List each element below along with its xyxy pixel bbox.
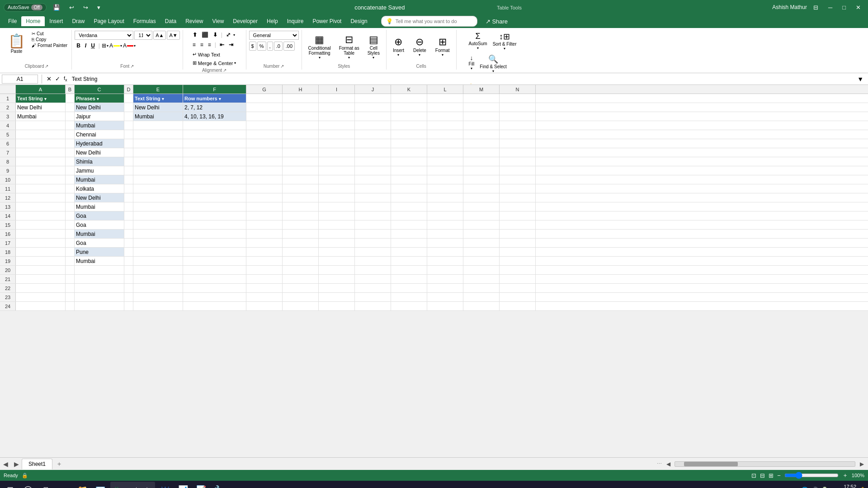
cell-l2[interactable]: [427, 103, 463, 112]
number-expand-icon[interactable]: ↗: [280, 64, 284, 69]
col-header-a[interactable]: A: [16, 85, 66, 94]
format-button[interactable]: ⊞ Format ▾: [432, 31, 453, 62]
cell-j11[interactable]: [355, 184, 391, 193]
cell-f2[interactable]: 2, 7, 12: [183, 103, 246, 112]
cell-i2[interactable]: [319, 103, 355, 112]
cell-f3[interactable]: 4, 10, 13, 16, 19: [183, 112, 246, 121]
cell-e11[interactable]: [133, 184, 183, 193]
sheet-nav-left-button[interactable]: ◀: [0, 459, 11, 469]
cell-m24[interactable]: [463, 302, 500, 310]
cell-i7[interactable]: [319, 148, 355, 157]
cell-d1[interactable]: [124, 94, 133, 103]
cell-l18[interactable]: [427, 248, 463, 256]
cancel-formula-button[interactable]: ✕: [46, 75, 52, 83]
cell-j16[interactable]: [355, 230, 391, 238]
row-number[interactable]: 14: [0, 211, 16, 220]
edge-button[interactable]: e: [56, 482, 72, 488]
row-number[interactable]: 24: [0, 302, 16, 310]
cell-n23[interactable]: [500, 293, 536, 301]
cell-j5[interactable]: [355, 130, 391, 139]
cell-l10[interactable]: [427, 175, 463, 184]
cell-j2[interactable]: [355, 103, 391, 112]
cell-i1[interactable]: [319, 94, 355, 103]
cell-j19[interactable]: [355, 257, 391, 265]
cell-l5[interactable]: [427, 130, 463, 139]
cell-m10[interactable]: [463, 175, 500, 184]
cell-e8[interactable]: [133, 157, 183, 166]
cell-l22[interactable]: [427, 284, 463, 292]
cell-a15[interactable]: [16, 221, 66, 229]
cell-h22[interactable]: [283, 284, 319, 292]
cell-c15[interactable]: Goa: [75, 221, 124, 229]
close-button[interactable]: ✕: [852, 2, 864, 13]
cell-i4[interactable]: [319, 121, 355, 130]
cell-l20[interactable]: [427, 266, 463, 274]
cell-d13[interactable]: [124, 202, 133, 211]
cell-l9[interactable]: [427, 166, 463, 175]
search-button[interactable]: ◯: [20, 482, 36, 488]
cell-n9[interactable]: [500, 166, 536, 175]
cell-j15[interactable]: [355, 221, 391, 229]
cell-g20[interactable]: [246, 266, 283, 274]
underline-button[interactable]: U: [89, 42, 97, 50]
cell-b2[interactable]: [66, 103, 75, 112]
cell-b17[interactable]: [66, 239, 75, 247]
cell-m16[interactable]: [463, 230, 500, 238]
cell-c6[interactable]: Hyderabad: [75, 139, 124, 148]
cell-k13[interactable]: [391, 202, 427, 211]
cell-m20[interactable]: [463, 266, 500, 274]
cell-e14[interactable]: [133, 211, 183, 220]
cell-e20[interactable]: [133, 266, 183, 274]
cell-a3[interactable]: Mumbai: [16, 112, 66, 121]
cell-k3[interactable]: [391, 112, 427, 121]
filter-arrow-e1[interactable]: ▾: [162, 97, 164, 101]
cell-h16[interactable]: [283, 230, 319, 238]
cell-a18[interactable]: [16, 248, 66, 256]
cell-d15[interactable]: [124, 221, 133, 229]
cell-i16[interactable]: [319, 230, 355, 238]
cell-c3[interactable]: Jaipur: [75, 112, 124, 121]
cell-a11[interactable]: [16, 184, 66, 193]
tell-me-input[interactable]: [396, 19, 472, 24]
cell-h17[interactable]: [283, 239, 319, 247]
cell-g24[interactable]: [246, 302, 283, 310]
menu-inquire[interactable]: Inquire: [283, 16, 308, 26]
italic-button[interactable]: I: [83, 42, 88, 50]
cell-c21[interactable]: [75, 275, 124, 283]
cell-g4[interactable]: [246, 121, 283, 130]
wrap-text-button[interactable]: ↵ Wrap Text: [191, 51, 238, 58]
cell-c22[interactable]: [75, 284, 124, 292]
cell-m22[interactable]: [463, 284, 500, 292]
cell-k8[interactable]: [391, 157, 427, 166]
cell-k22[interactable]: [391, 284, 427, 292]
row-number[interactable]: 6: [0, 139, 16, 148]
row-number[interactable]: 15: [0, 221, 16, 229]
cell-e9[interactable]: [133, 166, 183, 175]
cell-g17[interactable]: [246, 239, 283, 247]
cell-a10[interactable]: [16, 175, 66, 184]
cell-d5[interactable]: [124, 130, 133, 139]
cell-k7[interactable]: [391, 148, 427, 157]
filter-arrow-f1[interactable]: ▾: [219, 97, 221, 101]
cell-h10[interactable]: [283, 175, 319, 184]
delete-button[interactable]: ⊖ Delete ▾: [410, 31, 430, 62]
cell-k15[interactable]: [391, 221, 427, 229]
cell-j13[interactable]: [355, 202, 391, 211]
cell-k5[interactable]: [391, 130, 427, 139]
cell-b20[interactable]: [66, 266, 75, 274]
cell-d3[interactable]: [124, 112, 133, 121]
conditional-formatting-button[interactable]: ▦ ConditionalFormatting ▾: [305, 31, 335, 62]
cell-i14[interactable]: [319, 211, 355, 220]
col-header-j[interactable]: J: [355, 85, 391, 94]
col-header-c[interactable]: C: [75, 85, 124, 94]
cell-b16[interactable]: [66, 230, 75, 238]
col-header-d[interactable]: D: [124, 85, 133, 94]
autosum-button[interactable]: Σ AutoSum ▾: [467, 31, 489, 52]
excel-taskbar-button[interactable]: X concatenate: [110, 482, 155, 488]
cell-n19[interactable]: [500, 257, 536, 265]
cell-c13[interactable]: Mumbai: [75, 202, 124, 211]
cell-g9[interactable]: [246, 166, 283, 175]
cell-e17[interactable]: [133, 239, 183, 247]
cell-d11[interactable]: [124, 184, 133, 193]
cell-i10[interactable]: [319, 175, 355, 184]
